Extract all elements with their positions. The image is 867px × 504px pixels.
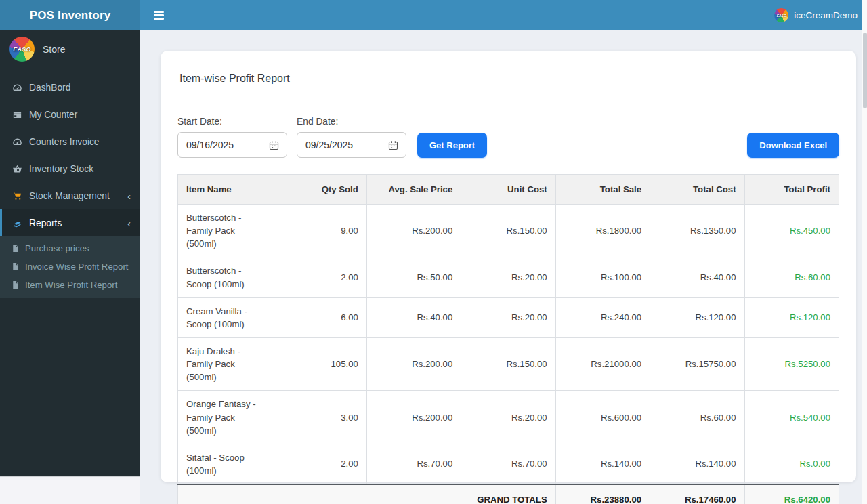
item-name-cell: Cream Vanilla - Scoop (100ml) [178, 297, 272, 337]
value-cell: Rs.540.00 [744, 391, 839, 444]
value-cell: Rs.60.00 [650, 391, 744, 444]
title-divider [177, 98, 839, 98]
value-cell: Rs.140.00 [650, 444, 744, 484]
value-cell: Rs.240.00 [555, 297, 650, 337]
value-cell: 6.00 [272, 297, 366, 337]
report-card: Item-wise Profit Report Start Date: 09/1… [161, 51, 856, 482]
value-cell: Rs.0.00 [744, 444, 839, 484]
grand-totals-label: GRAND TOTALS [178, 484, 556, 504]
download-excel-button[interactable]: Download Excel [747, 133, 839, 158]
get-report-button[interactable]: Get Report [417, 133, 487, 158]
page-title: Item-wise Profit Report [177, 67, 839, 85]
user-menu[interactable]: EASO iceCreamDemo [774, 8, 858, 22]
item-name-cell: Orange Fantasy - Family Pack (500ml) [178, 391, 272, 444]
sidebar-item-label: Inventory Stock [29, 164, 93, 174]
grand-totals-row: GRAND TOTALS Rs.23880.00 Rs.17460.00 Rs.… [178, 484, 839, 504]
value-cell: Rs.600.00 [555, 391, 650, 444]
column-header-qty-sold: Qty Sold [272, 175, 366, 205]
navbar: EASO iceCreamDemo [140, 0, 867, 30]
column-header-unit-cost: Unit Cost [461, 175, 555, 205]
sidebar-item-label: DashBord [29, 83, 70, 93]
start-date-input[interactable]: 09/16/2025 [177, 132, 287, 158]
value-cell: Rs.40.00 [366, 297, 461, 337]
app-title: POS Inventory [0, 0, 140, 30]
hamburger-menu-icon[interactable] [151, 8, 167, 22]
file-icon [11, 244, 20, 253]
chevron-left-icon: ‹ [127, 191, 131, 201]
value-cell: Rs.21000.00 [555, 337, 650, 390]
grand-total-cost: Rs.17460.00 [650, 484, 744, 504]
dashboard-icon [12, 136, 22, 147]
value-cell: Rs.70.00 [461, 444, 555, 484]
sidebar-item-inventory-stock[interactable]: Inventory Stock [0, 155, 140, 182]
calendar-icon[interactable] [387, 140, 399, 151]
value-cell: 3.00 [272, 391, 366, 444]
table-row: Butterscotch - Family Pack (500ml)9.00Rs… [178, 205, 839, 257]
item-name-cell: Sitafal - Scoop (100ml) [178, 444, 272, 484]
value-cell: Rs.450.00 [744, 205, 839, 257]
brand-logo-icon: EASO [774, 8, 788, 22]
sidebar-menu: DashBordMy CounterCounters InvoiceInvent… [0, 74, 140, 236]
submenu-item-item-wise-profit-report[interactable]: Item Wise Profit Report [0, 276, 140, 294]
value-cell: 2.00 [272, 444, 366, 484]
top-header: POS Inventory EASO iceCreamDemo [0, 0, 867, 30]
value-cell: Rs.200.00 [366, 391, 461, 444]
table-row: Cream Vanilla - Scoop (100ml)6.00Rs.40.0… [178, 297, 839, 337]
submenu-item-purchase-prices[interactable]: Purchase prices [0, 239, 140, 257]
report-icon [12, 217, 22, 228]
file-icon [11, 262, 20, 271]
end-date-input[interactable]: 09/25/2025 [297, 132, 406, 158]
submenu-item-invoice-wise-profit-report[interactable]: Invoice Wise Profit Report [0, 257, 140, 276]
table-row: Butterscotch - Scoop (100ml)2.00Rs.50.00… [178, 257, 839, 297]
value-cell: Rs.1350.00 [650, 205, 744, 257]
store-label: Store [43, 44, 65, 55]
sidebar-item-counters-invoice[interactable]: Counters Invoice [0, 128, 140, 155]
value-cell: Rs.15750.00 [650, 337, 744, 390]
table-row: Kaju Draksh - Family Pack (500ml)105.00R… [178, 337, 839, 390]
value-cell: 2.00 [272, 257, 366, 297]
value-cell: Rs.70.00 [366, 444, 461, 484]
start-date-field: Start Date: 09/16/2025 [177, 117, 287, 158]
value-cell: Rs.200.00 [366, 337, 461, 390]
value-cell: Rs.40.00 [650, 257, 744, 297]
sidebar-item-label: Reports [29, 218, 62, 228]
start-date-value: 09/16/2025 [186, 140, 268, 150]
sidebar-item-label: Stock Management [29, 191, 110, 201]
profit-report-table: Item NameQty SoldAvg. Sale PriceUnit Cos… [177, 174, 839, 504]
value-cell: Rs.200.00 [366, 205, 461, 257]
table-header-row: Item NameQty SoldAvg. Sale PriceUnit Cos… [178, 175, 839, 205]
sidebar-item-my-counter[interactable]: My Counter [0, 101, 140, 128]
cart-icon [12, 190, 22, 201]
scrollbar[interactable] [862, 0, 867, 504]
value-cell: Rs.140.00 [555, 444, 650, 484]
calendar-icon[interactable] [268, 140, 280, 151]
filter-bar: Start Date: 09/16/2025 End Date: 09/25/2… [177, 117, 839, 158]
sidebar-item-stock-management[interactable]: Stock Management‹ [0, 182, 140, 209]
sidebar-item-reports[interactable]: Reports‹ [0, 209, 140, 236]
user-name: iceCreamDemo [794, 10, 858, 20]
grand-total-sale: Rs.23880.00 [555, 484, 650, 504]
value-cell: 105.00 [272, 337, 366, 390]
end-date-label: End Date: [297, 117, 406, 127]
submenu-item-label: Invoice Wise Profit Report [25, 261, 128, 272]
item-name-cell: Kaju Draksh - Family Pack (500ml) [178, 337, 272, 390]
table-row: Sitafal - Scoop (100ml)2.00Rs.70.00Rs.70… [178, 444, 839, 484]
sidebar-item-label: Counters Invoice [29, 137, 100, 147]
value-cell: Rs.100.00 [555, 257, 650, 297]
value-cell: Rs.20.00 [461, 391, 555, 444]
value-cell: Rs.150.00 [461, 205, 555, 257]
file-icon [11, 280, 20, 289]
value-cell: Rs.20.00 [461, 297, 555, 337]
sidebar-item-dashbord[interactable]: DashBord [0, 74, 140, 101]
value-cell: Rs.120.00 [650, 297, 744, 337]
item-name-cell: Butterscotch - Family Pack (500ml) [178, 205, 272, 257]
value-cell: Rs.150.00 [461, 337, 555, 390]
sidebar: EASO Store DashBordMy CounterCounters In… [0, 30, 140, 476]
value-cell: 9.00 [272, 205, 366, 257]
column-header-total-profit: Total Profit [744, 175, 839, 205]
submenu-item-label: Purchase prices [25, 243, 89, 253]
submenu-item-label: Item Wise Profit Report [25, 280, 117, 290]
scrollbar-thumb[interactable] [863, 33, 867, 108]
chevron-left-icon: ‹ [127, 218, 131, 228]
column-header-avg-sale-price: Avg. Sale Price [366, 175, 461, 205]
